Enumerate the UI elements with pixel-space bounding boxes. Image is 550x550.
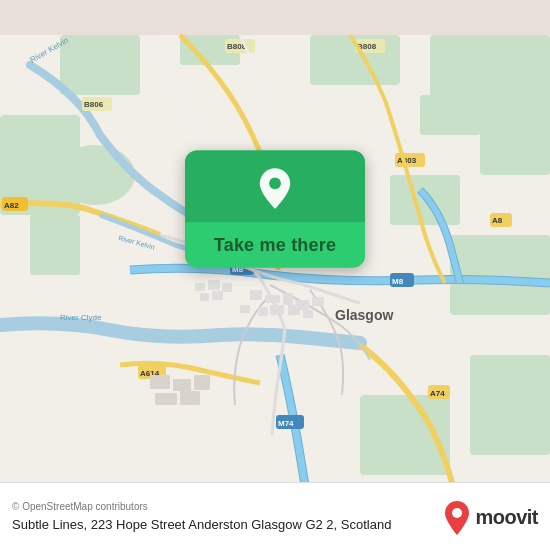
info-panel: © OpenStreetMap contributors Subtle Line… xyxy=(0,482,550,550)
map-background: River Kelvin River Clyde A82 M8 M8 B808 … xyxy=(0,0,550,550)
svg-rect-41 xyxy=(265,295,280,303)
svg-rect-46 xyxy=(270,305,284,315)
svg-rect-56 xyxy=(173,379,191,391)
svg-text:A74: A74 xyxy=(430,389,445,398)
svg-rect-49 xyxy=(240,305,250,313)
svg-text:M8: M8 xyxy=(392,277,404,286)
moovit-brand-text: moovit xyxy=(475,506,538,529)
svg-rect-45 xyxy=(258,307,268,316)
copyright-text: © OpenStreetMap contributors xyxy=(12,501,433,512)
card-icon-area xyxy=(185,151,365,223)
moovit-pin-icon xyxy=(443,500,471,536)
svg-rect-11 xyxy=(470,355,550,455)
svg-rect-42 xyxy=(283,293,293,305)
svg-text:A803: A803 xyxy=(397,156,417,165)
take-me-there-button[interactable]: Take me there xyxy=(185,223,365,268)
svg-rect-8 xyxy=(30,215,80,275)
svg-rect-1 xyxy=(60,35,140,95)
svg-rect-54 xyxy=(212,291,223,300)
svg-text:River Clyde: River Clyde xyxy=(60,313,102,322)
svg-rect-5 xyxy=(480,95,550,175)
svg-rect-50 xyxy=(195,283,205,291)
svg-rect-51 xyxy=(208,280,220,290)
svg-rect-4 xyxy=(430,35,550,105)
svg-rect-59 xyxy=(180,391,200,405)
info-text: © OpenStreetMap contributors Subtle Line… xyxy=(12,501,433,534)
svg-text:Glasgow: Glasgow xyxy=(335,307,393,323)
svg-text:M74: M74 xyxy=(278,419,294,428)
svg-text:B806: B806 xyxy=(84,100,104,109)
svg-text:A82: A82 xyxy=(4,201,19,210)
svg-rect-52 xyxy=(222,283,232,292)
location-pin-icon xyxy=(253,167,297,211)
svg-rect-48 xyxy=(303,310,313,318)
svg-rect-40 xyxy=(250,290,262,300)
svg-rect-47 xyxy=(288,305,300,315)
moovit-logo: moovit xyxy=(443,500,538,536)
svg-rect-6 xyxy=(420,95,480,135)
address-text: Subtle Lines, 223 Hope Street Anderston … xyxy=(12,516,433,534)
take-me-there-label: Take me there xyxy=(214,235,336,255)
svg-rect-55 xyxy=(150,375,170,389)
map-container: River Kelvin River Clyde A82 M8 M8 B808 … xyxy=(0,0,550,550)
take-me-there-card[interactable]: Take me there xyxy=(185,151,365,268)
svg-point-61 xyxy=(452,508,462,518)
svg-rect-12 xyxy=(450,235,550,315)
svg-rect-53 xyxy=(200,293,209,301)
svg-point-60 xyxy=(269,178,281,190)
svg-rect-44 xyxy=(312,297,324,306)
svg-text:A8: A8 xyxy=(492,216,503,225)
svg-rect-57 xyxy=(194,375,210,390)
svg-point-9 xyxy=(55,145,135,205)
svg-rect-58 xyxy=(155,393,177,405)
